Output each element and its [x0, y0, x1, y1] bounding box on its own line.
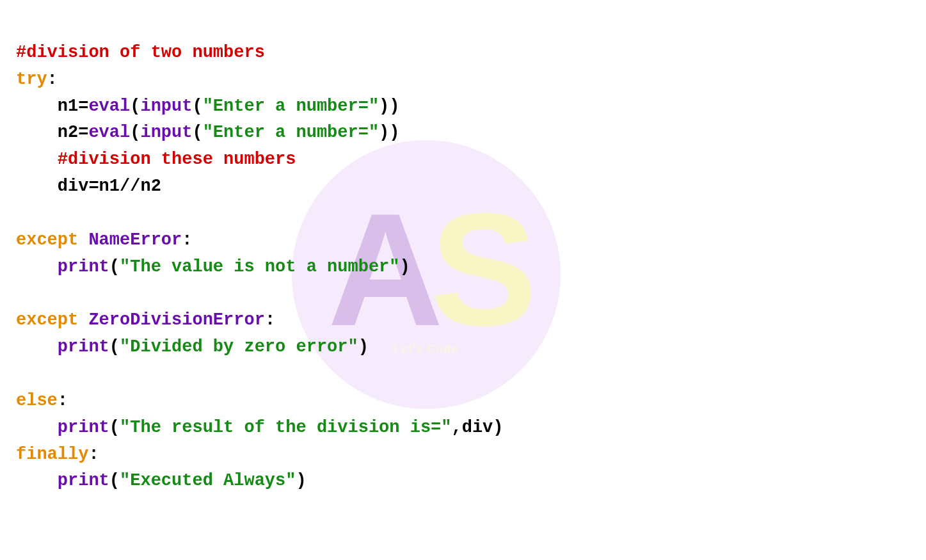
code-err-nameerror: NameError	[88, 230, 182, 250]
code-str: "Executed Always"	[120, 471, 296, 490]
code-err-zerodivision: ZeroDivisionError	[88, 310, 264, 330]
code-kw-finally: finally	[16, 445, 88, 464]
code-comment: #division these numbers	[58, 150, 296, 169]
code-line-1: #division of two numbers	[16, 43, 265, 62]
code-kw-else: else	[16, 391, 58, 410]
code-builtin-input: input	[140, 123, 192, 142]
code-block: #division of two numbers try: n1=eval(in…	[16, 13, 910, 495]
code-str: "Divided by zero error"	[120, 337, 358, 356]
code-builtin-input: input	[140, 97, 192, 116]
code-str: "The result of the division is="	[120, 418, 451, 437]
code-builtin-print: print	[58, 471, 109, 490]
code-builtin-print: print	[58, 337, 109, 356]
code-str: "Enter a number="	[203, 97, 379, 116]
code-kw-except: except	[16, 310, 78, 330]
code-builtin-print: print	[58, 257, 109, 276]
code-builtin-eval: eval	[88, 123, 130, 142]
code-kw-try: try	[16, 70, 47, 89]
code-builtin-eval: eval	[88, 97, 130, 116]
code-str: "The value is not a number"	[120, 257, 399, 276]
code-builtin-print: print	[58, 418, 109, 437]
code-str: "Enter a number="	[203, 123, 379, 142]
code-kw-except: except	[16, 230, 78, 250]
code-line-div: div=n1//n2	[58, 177, 161, 196]
